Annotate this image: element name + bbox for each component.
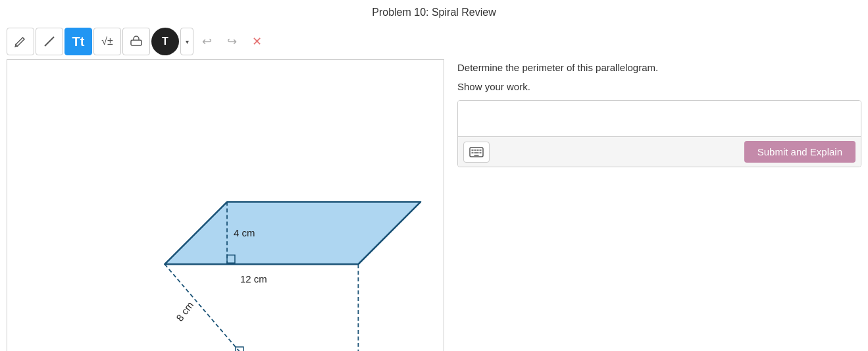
keyboard-button[interactable] bbox=[463, 142, 490, 163]
pencil-tool-button[interactable] bbox=[7, 28, 34, 55]
t-dropdown-button[interactable]: ▾ bbox=[180, 28, 193, 55]
svg-text:4 cm: 4 cm bbox=[234, 227, 255, 238]
svg-text:8 cm: 8 cm bbox=[174, 300, 195, 323]
svg-rect-1 bbox=[131, 40, 141, 45]
svg-line-0 bbox=[45, 37, 54, 46]
answer-box-container: Submit and Explain bbox=[457, 100, 861, 167]
redo-button[interactable]: ↪ bbox=[220, 28, 243, 55]
toolbar: Tt √± T ▾ ↩ ↪ ✕ bbox=[0, 24, 868, 59]
svg-marker-2 bbox=[165, 202, 421, 265]
svg-text:12 cm: 12 cm bbox=[240, 273, 267, 284]
answer-toolbar: Submit and Explain bbox=[458, 136, 861, 167]
show-work-label: Show your work. bbox=[457, 81, 861, 92]
canvas-area[interactable]: 4 cm 12 cm 8 cm bbox=[7, 59, 444, 351]
page-title: Problem 10: Spiral Review bbox=[0, 0, 868, 24]
text-tool-button[interactable]: Tt bbox=[64, 28, 92, 55]
question-text: Determine the perimeter of this parallel… bbox=[457, 62, 861, 73]
svg-rect-10 bbox=[236, 347, 243, 351]
t-color-button[interactable]: T bbox=[151, 28, 179, 55]
svg-line-7 bbox=[165, 264, 243, 351]
close-button[interactable]: ✕ bbox=[245, 28, 268, 55]
right-panel: Determine the perimeter of this parallel… bbox=[457, 59, 861, 351]
line-tool-button[interactable] bbox=[36, 28, 63, 55]
undo-button[interactable]: ↩ bbox=[195, 28, 218, 55]
eraser-tool-button[interactable] bbox=[122, 28, 150, 55]
submit-explain-button[interactable]: Submit and Explain bbox=[744, 141, 855, 163]
answer-input[interactable] bbox=[458, 101, 861, 134]
formula-tool-button[interactable]: √± bbox=[93, 28, 121, 55]
